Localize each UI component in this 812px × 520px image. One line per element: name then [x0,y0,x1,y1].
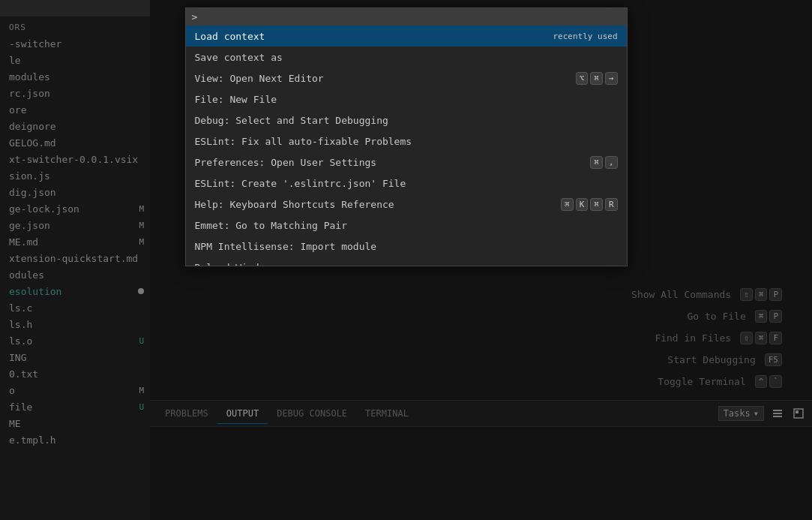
cmd-label-reload-window: Reload Window [195,262,271,266]
command-item-keyboard-shortcuts[interactable]: Help: Keyboard Shortcuts Reference ⌘ K ⌘… [186,194,627,215]
cmd-label-save-context: Save context as [195,52,283,63]
command-item-open-next-editor[interactable]: View: Open Next Editor ⌥ ⌘ → [186,68,627,89]
cmd-label-new-file: File: New File [195,94,277,105]
command-item-new-file[interactable]: File: New File [186,89,627,110]
cmd-shortcut-keyboard-shortcuts: ⌘ K ⌘ R [561,198,618,211]
cmd-label-start-debugging: Debug: Select and Start Debugging [195,115,388,126]
cmd-label-keyboard-shortcuts: Help: Keyboard Shortcuts Reference [195,199,394,210]
cmd-label-eslint-create: ESLint: Create '.eslintrc.json' File [195,178,406,189]
command-item-eslint-create[interactable]: ESLint: Create '.eslintrc.json' File [186,173,627,194]
cmd-shortcut-open-next-editor: ⌥ ⌘ → [576,72,618,85]
cmd-label-open-next-editor: View: Open Next Editor [195,73,324,84]
command-item-load-context[interactable]: Load context recently used [186,26,627,47]
cmd-label-npm-import: NPM Intellisense: Import module [195,241,377,252]
command-item-emmet-match[interactable]: Emmet: Go to Matching Pair [186,215,627,236]
command-item-npm-import[interactable]: NPM Intellisense: Import module [186,236,627,257]
cmd-label-preferences: Preferences: Open User Settings [195,157,377,168]
command-palette-overlay[interactable]: Load context recently used Save context … [0,0,812,520]
command-item-start-debugging[interactable]: Debug: Select and Start Debugging [186,110,627,131]
cmd-label-load-context: Load context [195,31,265,42]
cmd-label-eslint-fix: ESLint: Fix all auto-fixable Problems [195,136,412,147]
cmd-label-emmet-match: Emmet: Go to Matching Pair [195,220,348,231]
command-item-save-context[interactable]: Save context as [186,47,627,68]
cmd-shortcut-preferences: ⌘ , [590,156,617,169]
cmd-badge-recently-used: recently used [553,32,617,41]
command-input-row [186,8,627,26]
command-list: Load context recently used Save context … [186,26,627,266]
command-item-reload-window[interactable]: Reload Window [186,257,627,266]
command-input[interactable] [192,11,621,23]
command-item-eslint-fix[interactable]: ESLint: Fix all auto-fixable Problems [186,131,627,152]
command-item-preferences[interactable]: Preferences: Open User Settings ⌘ , [186,152,627,173]
command-palette: Load context recently used Save context … [185,8,628,266]
